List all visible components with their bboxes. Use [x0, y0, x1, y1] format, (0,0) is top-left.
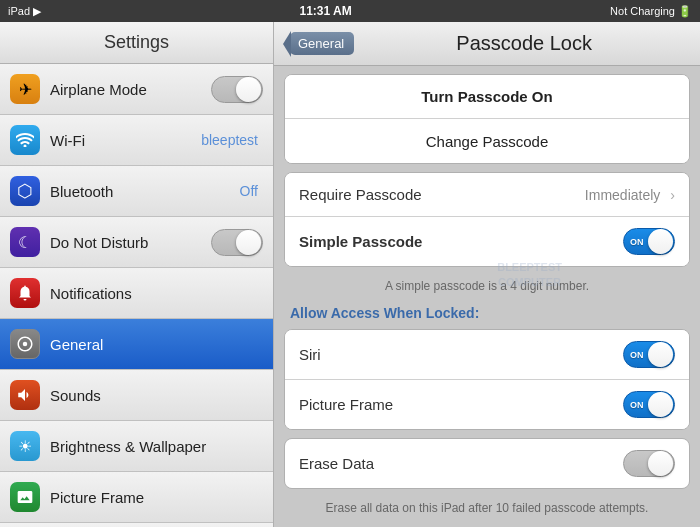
- general-icon: [10, 329, 40, 359]
- bluetooth-value: Off: [240, 183, 258, 199]
- right-header: General Passcode Lock: [274, 22, 700, 66]
- sidebar-item-wifi[interactable]: Wi-Fi bleeptest: [0, 115, 273, 166]
- airplane-toggle[interactable]: OFF: [211, 76, 263, 103]
- allow-access-group: Siri ON Picture Frame ON: [284, 329, 690, 430]
- erase-data-hint: Erase all data on this iPad after 10 fai…: [284, 497, 690, 523]
- sidebar-item-general[interactable]: General: [0, 319, 273, 370]
- sidebar-item-privacy[interactable]: ✋ Privacy: [0, 523, 273, 527]
- sidebar-header: Settings: [0, 22, 273, 64]
- status-left: iPad ▶: [8, 5, 41, 18]
- simple-passcode-label: Simple Passcode: [299, 233, 623, 250]
- erase-data-toggle[interactable]: OFF: [623, 450, 675, 477]
- wifi-icon: [10, 125, 40, 155]
- siri-toggle-label: ON: [630, 350, 644, 360]
- picture-frame-cell[interactable]: Picture Frame ON: [285, 380, 689, 429]
- picture-frame-toggle[interactable]: ON: [623, 391, 675, 418]
- require-passcode-chevron: ›: [670, 187, 675, 203]
- sidebar-item-brightness[interactable]: ☀ Brightness & Wallpaper: [0, 421, 273, 472]
- sounds-icon: [10, 380, 40, 410]
- erase-data-hint-text: Erase all data on this iPad after 10 fai…: [326, 501, 649, 515]
- donotdisturb-icon: ☾: [10, 227, 40, 257]
- donotdisturb-toggle[interactable]: OFF: [211, 229, 263, 256]
- sidebar-item-notifications[interactable]: Notifications: [0, 268, 273, 319]
- back-button[interactable]: General: [290, 32, 354, 55]
- picture-frame-toggle-knob: [648, 392, 673, 417]
- wifi-value: bleeptest: [201, 132, 258, 148]
- sidebar-label-bluetooth: Bluetooth: [50, 183, 240, 200]
- require-passcode-value: Immediately: [585, 187, 660, 203]
- right-title: Passcode Lock: [364, 32, 684, 55]
- siri-toggle-knob: [648, 342, 673, 367]
- require-passcode-group: Require Passcode Immediately › Simple Pa…: [284, 172, 690, 267]
- sidebar-label-wifi: Wi-Fi: [50, 132, 201, 149]
- sidebar-label-general: General: [50, 336, 263, 353]
- siri-toggle[interactable]: ON: [623, 341, 675, 368]
- passcode-group: Turn Passcode On Change Passcode: [284, 74, 690, 164]
- status-bar: iPad ▶ 11:31 AM Not Charging 🔋: [0, 0, 700, 22]
- pictureframe-icon: [10, 482, 40, 512]
- sidebar-item-airplane[interactable]: ✈ Airplane Mode OFF: [0, 64, 273, 115]
- sidebar: Settings ✈ Airplane Mode OFF Wi-Fi bleep…: [0, 22, 274, 527]
- require-passcode-cell[interactable]: Require Passcode Immediately ›: [285, 173, 689, 217]
- brightness-icon: ☀: [10, 431, 40, 461]
- picture-frame-label: Picture Frame: [299, 396, 623, 413]
- erase-data-cell[interactable]: Erase Data OFF: [285, 439, 689, 488]
- require-passcode-label: Require Passcode: [299, 186, 585, 203]
- turn-passcode-label: Turn Passcode On: [299, 88, 675, 105]
- change-passcode-label: Change Passcode: [299, 133, 675, 150]
- erase-data-group: Erase Data OFF: [284, 438, 690, 489]
- sidebar-label-airplane: Airplane Mode: [50, 81, 211, 98]
- siri-cell[interactable]: Siri ON: [285, 330, 689, 380]
- simple-passcode-toggle[interactable]: ON: [623, 228, 675, 255]
- sidebar-item-pictureframe[interactable]: Picture Frame: [0, 472, 273, 523]
- erase-data-label: Erase Data: [299, 455, 623, 472]
- erase-data-toggle-knob: [648, 451, 673, 476]
- sidebar-label-sounds: Sounds: [50, 387, 263, 404]
- airplane-icon: ✈: [10, 74, 40, 104]
- siri-label: Siri: [299, 346, 623, 363]
- airplane-toggle-knob: [236, 77, 261, 102]
- donotdisturb-toggle-knob: [236, 230, 261, 255]
- turn-passcode-cell[interactable]: Turn Passcode On: [285, 75, 689, 119]
- sidebar-label-brightness: Brightness & Wallpaper: [50, 438, 263, 455]
- sidebar-label-donotdisturb: Do Not Disturb: [50, 234, 211, 251]
- svg-point-0: [23, 342, 28, 347]
- sidebar-item-donotdisturb[interactable]: ☾ Do Not Disturb OFF: [0, 217, 273, 268]
- status-right: Not Charging 🔋: [610, 5, 692, 18]
- allow-access-title: Allow Access When Locked:: [284, 301, 690, 325]
- simple-passcode-toggle-label: ON: [630, 237, 644, 247]
- sidebar-label-pictureframe: Picture Frame: [50, 489, 263, 506]
- simple-passcode-hint: A simple passcode is a 4 digit number.: [284, 275, 690, 301]
- sidebar-item-bluetooth[interactable]: ⬡ Bluetooth Off: [0, 166, 273, 217]
- change-passcode-cell[interactable]: Change Passcode: [285, 119, 689, 163]
- notifications-icon: [10, 278, 40, 308]
- right-panel: General Passcode Lock Turn Passcode On C…: [274, 22, 700, 527]
- picture-frame-toggle-label: ON: [630, 400, 644, 410]
- sidebar-label-notifications: Notifications: [50, 285, 263, 302]
- main-content: Settings ✈ Airplane Mode OFF Wi-Fi bleep…: [0, 22, 700, 527]
- simple-passcode-toggle-knob: [648, 229, 673, 254]
- sidebar-item-sounds[interactable]: Sounds: [0, 370, 273, 421]
- status-time: 11:31 AM: [299, 4, 351, 18]
- bluetooth-icon: ⬡: [10, 176, 40, 206]
- right-content: Turn Passcode On Change Passcode Require…: [274, 66, 700, 527]
- simple-passcode-cell[interactable]: Simple Passcode ON: [285, 217, 689, 266]
